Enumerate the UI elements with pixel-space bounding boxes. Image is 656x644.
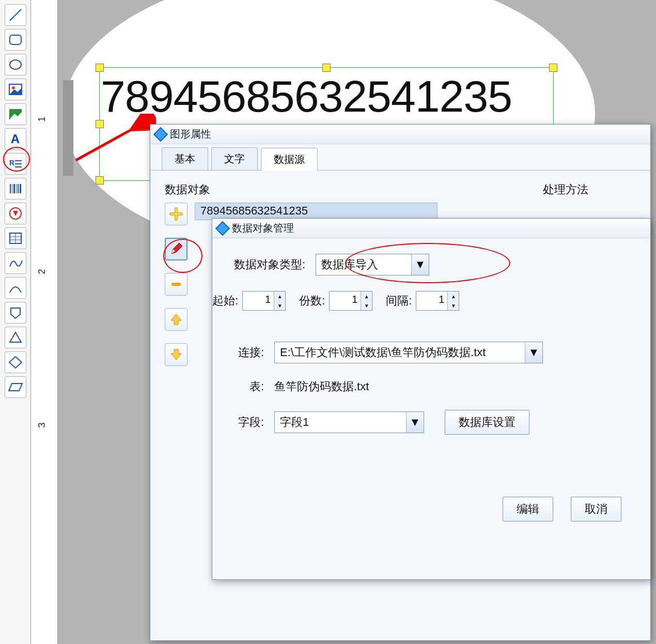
spin-down-icon[interactable]: ▼ [274, 301, 285, 310]
app-icon [153, 127, 168, 141]
spin-up-icon[interactable]: ▲ [274, 292, 285, 301]
dialog1-titlebar[interactable]: 图形属性 [150, 125, 650, 144]
table-label: 表: [233, 379, 269, 394]
tool-line[interactable] [5, 4, 26, 26]
svg-rect-1 [10, 35, 21, 44]
conn-label: 连接: [233, 345, 269, 360]
svg-rect-10 [10, 184, 11, 193]
svg-rect-22 [171, 283, 181, 286]
tool-arc[interactable] [5, 277, 26, 299]
data-object-manage-dialog: 数据对象管理 数据对象类型: 数据库导入 ▼ 起始: 1 ▲▼ 份数: 1 [212, 218, 651, 580]
table-value: 鱼竿防伪码数据.txt [274, 379, 369, 394]
cancel-button[interactable]: 取消 [571, 497, 621, 522]
ruler-mark: 3 [37, 422, 48, 427]
ruler-mark: 2 [37, 269, 48, 274]
copies-label: 份数: [299, 293, 325, 309]
svg-point-2 [10, 60, 21, 69]
copies-value: 1 [330, 292, 361, 310]
tool-rounded-rect[interactable] [5, 29, 26, 51]
tool-diamond[interactable] [5, 351, 26, 373]
svg-rect-15 [20, 184, 21, 193]
tool-parallelogram[interactable] [5, 376, 26, 398]
tool-triangle[interactable] [5, 327, 26, 348]
tool-picture[interactable] [5, 103, 26, 125]
edit-button[interactable]: 编辑 [503, 497, 553, 522]
connection-value: E:\工作文件\测试数据\鱼竿防伪码数据.txt [275, 345, 525, 360]
svg-rect-12 [13, 184, 15, 193]
start-label: 起始: [212, 293, 238, 309]
text-icon: A [11, 132, 20, 146]
dropdown-icon: ▼ [411, 254, 429, 275]
field-select[interactable]: 字段1 ▼ [274, 411, 424, 433]
tool-table[interactable] [5, 227, 26, 249]
app-icon [215, 221, 230, 235]
left-toolbar: A R [0, 0, 31, 644]
move-down-button[interactable] [165, 343, 188, 366]
resize-handle-bl[interactable] [96, 176, 104, 185]
move-up-button[interactable] [165, 308, 188, 331]
tool-image[interactable] [5, 79, 26, 100]
resize-handle-tm[interactable] [322, 64, 331, 72]
vertical-ruler: 1 2 3 [31, 0, 58, 644]
type-label: 数据对象类型: [233, 257, 310, 272]
tab-basic[interactable]: 基本 [162, 147, 208, 170]
dialog1-title: 图形属性 [170, 127, 211, 141]
text-object-value: 78945685632541235 [100, 68, 553, 125]
svg-text:R: R [9, 159, 14, 167]
start-value: 1 [243, 292, 274, 310]
interval-value: 1 [416, 292, 447, 310]
db-settings-button[interactable]: 数据库设置 [445, 410, 529, 435]
resize-handle-tr[interactable] [549, 64, 557, 72]
tool-polygon[interactable] [5, 302, 26, 324]
data-object-label: 数据对象 [165, 182, 522, 197]
tool-ellipse[interactable] [5, 54, 26, 75]
tool-curve[interactable] [5, 252, 26, 274]
spin-down-icon[interactable]: ▼ [361, 301, 372, 310]
resize-handle-tl[interactable] [96, 64, 104, 72]
field-value: 字段1 [275, 415, 406, 430]
dialog2-titlebar[interactable]: 数据对象管理 [212, 219, 650, 238]
dropdown-icon: ▼ [406, 412, 424, 433]
svg-line-0 [10, 9, 21, 21]
tool-text[interactable]: A [5, 128, 26, 150]
type-select[interactable]: 数据库导入 ▼ [316, 254, 429, 275]
spin-up-icon[interactable]: ▲ [448, 292, 459, 301]
add-data-button[interactable] [165, 203, 188, 225]
tool-richtext[interactable]: R [5, 153, 26, 175]
interval-label: 间隔: [386, 293, 412, 309]
tab-data-source[interactable]: 数据源 [261, 148, 318, 171]
spin-down-icon[interactable]: ▼ [448, 301, 459, 310]
data-object-list-item[interactable]: 78945685632541235 [195, 203, 438, 220]
connection-select[interactable]: E:\工作文件\测试数据\鱼竿防伪码数据.txt ▼ [274, 342, 543, 363]
ruler-mark: 1 [37, 116, 48, 121]
edit-data-button[interactable] [165, 238, 188, 260]
tool-datamatrix[interactable] [5, 203, 26, 224]
dialog1-tabs: 基本 文字 数据源 [150, 144, 650, 171]
data-object-buttons [165, 203, 188, 366]
type-value: 数据库导入 [316, 257, 411, 272]
tool-barcode[interactable] [5, 178, 26, 200]
tab-text[interactable]: 文字 [211, 147, 258, 170]
svg-point-4 [12, 86, 15, 89]
copies-input[interactable]: 1 ▲▼ [329, 291, 372, 311]
data-object-value: 78945685632541235 [200, 204, 308, 217]
interval-input[interactable]: 1 ▲▼ [416, 291, 459, 311]
process-method-label: 处理方法 [543, 182, 636, 197]
svg-rect-11 [12, 184, 12, 193]
field-label: 字段: [233, 415, 269, 430]
svg-rect-14 [18, 184, 19, 193]
remove-data-button[interactable] [165, 273, 188, 296]
dialog2-title: 数据对象管理 [232, 221, 294, 235]
resize-handle-ml[interactable] [96, 120, 104, 128]
dropdown-icon: ▼ [525, 342, 542, 363]
canvas-edge [63, 80, 73, 176]
start-input[interactable]: 1 ▲▼ [242, 291, 286, 311]
svg-rect-13 [16, 184, 17, 193]
spin-up-icon[interactable]: ▲ [361, 292, 372, 301]
